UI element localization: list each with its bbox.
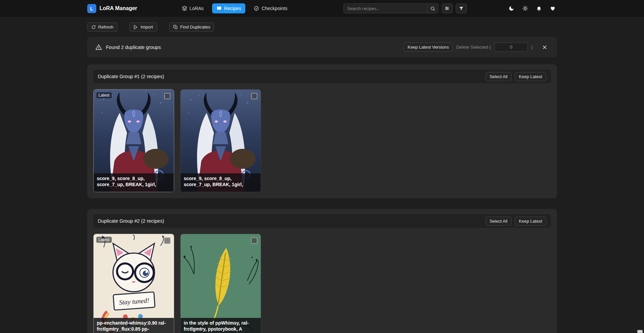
navbar-right-icons <box>507 4 557 13</box>
keep-latest-versions-button[interactable]: Keep Latest Versions <box>404 43 453 52</box>
delete-selected-label: Delete Selected ( <box>456 45 491 50</box>
app-title: LoRA Manager <box>100 5 137 11</box>
find-duplicates-label: Find Duplicates <box>180 24 210 30</box>
copy-icon <box>173 25 178 30</box>
recipe-caption: pp-enchanted-whimsy:0.90 ral-frctlgmtry_… <box>94 318 174 333</box>
support-button[interactable] <box>548 4 557 13</box>
book-icon <box>216 6 222 11</box>
refresh-icon <box>91 25 96 30</box>
keep-latest-button[interactable]: Keep Latest <box>515 72 546 81</box>
search-input[interactable] <box>343 3 427 13</box>
toolbar: Refresh Import Find Duplicates <box>87 22 557 32</box>
notifications-button[interactable] <box>535 4 543 13</box>
recipe-card[interactable]: score_9, score_8_up, score_7_up, BREAK, … <box>180 89 261 192</box>
recipe-caption: in the style of ppWhimsy, ral-frctlgmtry… <box>181 318 261 333</box>
search-group <box>343 3 467 13</box>
card-grid: Latest score_9, score_8_up, score_7_up, … <box>93 89 551 192</box>
group-actions: Select All Keep Latest <box>486 217 546 226</box>
alert-left: Found 2 duplicate groups <box>95 44 161 51</box>
keep-latest-button[interactable]: Keep Latest <box>515 217 546 226</box>
refresh-label: Refresh <box>98 24 114 30</box>
delete-selected-label-close: ) <box>531 45 533 50</box>
sort-options-button[interactable] <box>442 3 453 13</box>
select-all-button[interactable]: Select All <box>486 217 511 226</box>
check-circle-icon <box>254 6 259 11</box>
app-brand[interactable]: L LoRA Manager <box>87 4 137 13</box>
group-actions: Select All Keep Latest <box>486 72 546 81</box>
tab-checkpoints[interactable]: Checkpoints <box>249 3 292 13</box>
card-checkbox[interactable] <box>164 237 170 244</box>
delete-count-input[interactable] <box>494 43 528 52</box>
filter-button[interactable] <box>456 3 467 13</box>
close-alert-button[interactable] <box>540 43 549 52</box>
latest-badge: Latest <box>96 92 112 98</box>
theme-toggle-button[interactable] <box>507 4 516 13</box>
settings-button[interactable] <box>521 4 530 13</box>
group-title: Duplicate Group #1 (2 recipes) <box>98 74 164 79</box>
recipe-caption: score_9, score_8_up, score_7_up, BREAK, … <box>94 173 174 192</box>
group-header: Duplicate Group #2 (2 recipes) Select Al… <box>93 214 551 228</box>
alert-actions: Keep Latest Versions Delete Selected ( ) <box>404 43 549 52</box>
card-checkbox[interactable] <box>164 93 170 99</box>
tab-label: Recipes <box>224 6 241 11</box>
recipe-card[interactable]: in the style of ppWhimsy, ral-frctlgmtry… <box>180 234 261 333</box>
tab-label: Checkpoints <box>261 6 287 11</box>
group-header: Duplicate Group #1 (2 recipes) Select Al… <box>93 70 551 83</box>
search-button[interactable] <box>427 3 439 13</box>
tab-label: LoRAs <box>190 6 204 11</box>
tab-loras[interactable]: LoRAs <box>178 3 208 13</box>
heart-icon <box>550 5 556 11</box>
duplicate-group-2: Duplicate Group #2 (2 recipes) Select Al… <box>87 209 557 333</box>
bell-icon <box>536 5 542 11</box>
moon-icon <box>508 5 514 11</box>
import-icon <box>134 25 138 30</box>
latest-badge: Latest <box>96 237 112 243</box>
navbar-inner: L LoRA Manager LoRAs Recipes Checkpoi <box>87 3 557 13</box>
recipe-card[interactable]: Latest score_9, score_8_up, score_7_up, … <box>93 89 174 192</box>
duplicate-group-1: Duplicate Group #1 (2 recipes) Select Al… <box>87 64 557 198</box>
app-logo-icon: L <box>87 4 96 13</box>
tab-recipes[interactable]: Recipes <box>212 3 246 13</box>
magnifier-icon <box>430 6 435 11</box>
duplicates-alert: Found 2 duplicate groups Keep Latest Ver… <box>87 37 557 57</box>
layers-icon <box>182 6 187 11</box>
card-checkbox[interactable] <box>251 237 257 244</box>
group-title: Duplicate Group #2 (2 recipes) <box>98 218 164 224</box>
main-content: Refresh Import Find Duplicates Found 2 d… <box>87 22 557 333</box>
recipe-caption: score_9, score_8_up, score_7_up, BREAK, … <box>181 173 261 192</box>
scrollbar-corner <box>637 330 643 333</box>
select-all-button[interactable]: Select All <box>486 72 511 81</box>
main-nav: LoRAs Recipes Checkpoints <box>178 3 292 13</box>
gear-icon <box>522 5 528 11</box>
card-checkbox[interactable] <box>251 93 257 99</box>
alert-message: Found 2 duplicate groups <box>106 45 161 50</box>
recipe-card[interactable]: Stay tuned! Latest pp-enchanted-whimsy:0… <box>93 234 174 333</box>
sliders-icon <box>444 6 450 11</box>
refresh-button[interactable]: Refresh <box>87 22 118 32</box>
find-duplicates-button[interactable]: Find Duplicates <box>169 22 214 32</box>
warning-icon <box>95 44 102 51</box>
funnel-icon <box>459 6 464 11</box>
import-button[interactable]: Import <box>130 22 157 32</box>
import-label: Import <box>141 24 153 30</box>
close-icon <box>542 45 547 50</box>
card-grid: Stay tuned! Latest pp-enchanted-whimsy:0… <box>93 234 551 333</box>
navbar: L LoRA Manager LoRAs Recipes Checkpoi <box>0 0 644 17</box>
